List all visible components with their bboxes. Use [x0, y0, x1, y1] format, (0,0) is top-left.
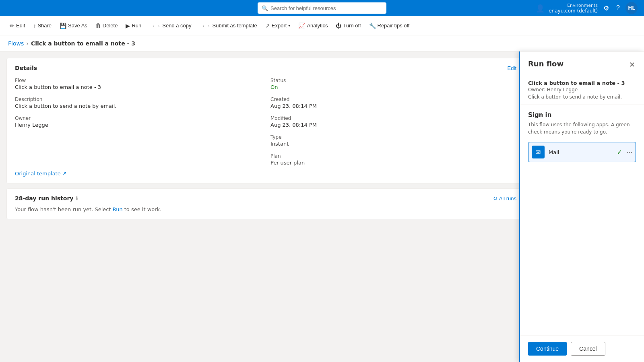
run-flow-panel: Run flow ✕ Click a button to email a not… — [519, 51, 644, 362]
app-name: Mail — [549, 149, 613, 155]
run-history-title: 28-day run history ℹ — [15, 195, 78, 202]
environment-name: enayu.com (default) — [549, 8, 598, 14]
refresh-icon: ↻ — [493, 195, 497, 202]
created-detail: Created Aug 23, 08:14 PM — [270, 97, 516, 109]
cancel-button[interactable]: Cancel — [571, 342, 605, 356]
owner-detail: Owner Henry Legge — [15, 115, 261, 128]
plan-detail: Plan Per-user plan — [270, 153, 516, 166]
modified-detail: Modified Aug 23, 08:14 PM — [270, 115, 516, 128]
description-value: Click a button to send a note by email. — [15, 103, 261, 109]
breadcrumb-separator: › — [26, 40, 29, 47]
edit-button[interactable]: ✏ Edit — [6, 21, 28, 31]
modified-label: Modified — [270, 115, 516, 121]
description-detail: Description Click a button to send a not… — [15, 97, 261, 109]
app-mail-icon: ✉ — [532, 146, 545, 158]
send-icon: →→ — [149, 23, 161, 29]
repair-icon: 🔧 — [369, 23, 376, 29]
search-box[interactable]: 🔍 — [258, 2, 386, 14]
modified-value: Aug 23, 08:14 PM — [270, 122, 516, 128]
run-empty-text: Your flow hasn't been run yet. Select Ru… — [15, 206, 516, 212]
analytics-icon: 📈 — [298, 23, 305, 29]
app-connection-row: ✉ Mail ✓ ··· — [528, 142, 636, 162]
send-a-copy-button[interactable]: →→ Send a copy — [146, 21, 194, 31]
sign-in-title: Sign in — [528, 111, 636, 119]
run-flow-owner: Owner: Henry Legge — [528, 87, 636, 93]
all-runs-button[interactable]: ↻ All runs — [493, 195, 516, 202]
run-flow-flow-name: Click a button to email a note - 3 — [528, 80, 636, 86]
created-label: Created — [270, 97, 516, 102]
search-input[interactable] — [270, 5, 382, 11]
top-bar-right: 👤 Environments enayu.com (default) ⚙ ? H… — [536, 2, 638, 14]
delete-button[interactable]: 🗑 Delete — [92, 21, 121, 31]
run-flow-footer: Continue Cancel — [520, 335, 644, 362]
main-area: Details Edit Flow Click a button to emai… — [0, 51, 644, 362]
template-icon: →→ — [200, 23, 211, 29]
sign-in-description: This flow uses the following apps. A gre… — [528, 121, 636, 136]
run-text-link: Run — [113, 206, 123, 212]
top-bar: 🔍 👤 Environments enayu.com (default) ⚙ ?… — [0, 0, 644, 16]
export-icon: ↗ — [265, 23, 270, 29]
delete-icon: 🗑 — [95, 23, 101, 29]
run-flow-description: Click a button to send a note by email. — [528, 94, 636, 100]
status-label: Status — [270, 78, 516, 83]
environment-label: Environments — [567, 3, 598, 8]
card-header: Details Edit — [15, 65, 516, 71]
type-value: Instant — [270, 141, 516, 147]
created-value: Aug 23, 08:14 PM — [270, 103, 516, 109]
person-icon: 👤 — [536, 4, 545, 12]
more-options-button[interactable]: ··· — [626, 148, 632, 156]
content-area: Details Edit Flow Click a button to emai… — [0, 51, 531, 362]
breadcrumb-parent[interactable]: Flows — [8, 40, 24, 47]
description-label: Description — [15, 97, 261, 102]
card-edit-button[interactable]: Edit — [508, 65, 516, 71]
turn-off-button[interactable]: ⏻ Turn off — [332, 21, 364, 31]
search-icon: 🔍 — [262, 5, 268, 11]
external-link-icon: ↗ — [62, 171, 67, 177]
export-button[interactable]: ↗ Export ▾ — [262, 21, 294, 31]
export-chevron-icon: ▾ — [288, 23, 290, 28]
repair-tips-button[interactable]: 🔧 Repair tips off — [366, 21, 413, 31]
submit-as-template-button[interactable]: →→ Submit as template — [196, 21, 260, 31]
run-history-card: 28-day run history ℹ ↻ All runs Your flo… — [6, 188, 525, 219]
share-button[interactable]: ↑ Share — [30, 21, 55, 31]
info-icon: ℹ — [76, 195, 78, 202]
plan-label: Plan — [270, 153, 516, 159]
settings-button[interactable]: ⚙ — [602, 3, 611, 14]
run-icon: ▶ — [126, 23, 130, 29]
continue-button[interactable]: Continue — [528, 342, 567, 356]
share-icon: ↑ — [33, 23, 36, 29]
run-flow-info: Click a button to email a note - 3 Owner… — [520, 75, 644, 105]
power-icon: ⏻ — [336, 23, 341, 29]
toolbar: ✏ Edit ↑ Share 💾 Save As 🗑 Delete ▶ Run … — [0, 16, 644, 35]
run-flow-body: Sign in This flow uses the following app… — [520, 105, 644, 335]
type-label: Type — [270, 134, 516, 140]
details-grid: Flow Click a button to email a note - 3 … — [15, 78, 516, 166]
help-button[interactable]: ? — [615, 3, 621, 13]
flow-label: Flow — [15, 78, 261, 83]
run-flow-header: Run flow ✕ — [520, 51, 644, 75]
type-detail: Type Instant — [270, 134, 516, 147]
flow-value: Click a button to email a note - 3 — [15, 84, 261, 90]
card-title: Details — [15, 65, 37, 71]
status-detail: Status On — [270, 78, 516, 90]
breadcrumb: Flows › Click a button to email a note -… — [0, 35, 644, 51]
owner-value: Henry Legge — [15, 122, 261, 128]
save-as-button[interactable]: 💾 Save As — [56, 21, 91, 31]
breadcrumb-current: Click a button to email a note - 3 — [31, 40, 135, 47]
check-icon: ✓ — [617, 148, 622, 156]
flow-detail: Flow Click a button to email a note - 3 — [15, 78, 261, 90]
details-card: Details Edit Flow Click a button to emai… — [6, 58, 525, 183]
original-template-link[interactable]: Original template ↗ — [15, 171, 67, 177]
analytics-button[interactable]: 📈 Analytics — [295, 21, 331, 31]
edit-icon: ✏ — [10, 23, 14, 29]
status-value: On — [270, 84, 516, 90]
plan-value: Per-user plan — [270, 160, 516, 166]
run-button[interactable]: ▶ Run — [122, 21, 144, 31]
save-icon: 💾 — [60, 23, 66, 29]
avatar: HL — [625, 2, 638, 14]
run-flow-title: Run flow — [528, 60, 564, 68]
close-panel-button[interactable]: ✕ — [628, 60, 636, 70]
owner-label: Owner — [15, 115, 261, 121]
run-history-header: 28-day run history ℹ ↻ All runs — [15, 195, 516, 202]
